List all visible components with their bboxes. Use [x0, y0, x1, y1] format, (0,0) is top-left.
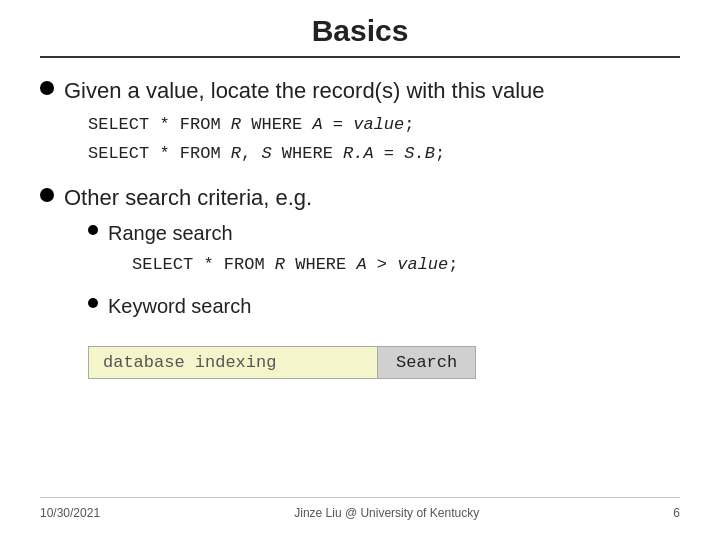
code-block-2: SELECT * FROM R WHERE A > value;: [132, 251, 458, 280]
footer-credit: Jinze Liu @ University of Kentucky: [294, 506, 479, 520]
bullet-1: Given a value, locate the record(s) with…: [40, 76, 680, 173]
bullet-2-text: Other search criteria, e.g.: [64, 185, 312, 210]
bullet-dot-2: [40, 188, 54, 202]
search-button[interactable]: Search: [378, 346, 476, 379]
code-line-1-2: SELECT * FROM R, S WHERE R.A = S.B;: [88, 140, 545, 169]
sub-bullet-dot-1: [88, 225, 98, 235]
slide: Basics Given a value, locate the record(…: [0, 0, 720, 540]
search-input[interactable]: [88, 346, 378, 379]
sub-bullets: Range search SELECT * FROM R WHERE A > v…: [88, 213, 680, 324]
sub-bullet-2: Keyword search: [88, 292, 680, 320]
sub-bullet-1: Range search SELECT * FROM R WHERE A > v…: [88, 219, 680, 284]
slide-title: Basics: [40, 14, 680, 48]
bullet-1-text: Given a value, locate the record(s) with…: [64, 78, 545, 103]
code-line-1-1: SELECT * FROM R WHERE A = value;: [88, 111, 545, 140]
sub-bullet-2-text: Keyword search: [108, 292, 251, 320]
bullet-dot-1: [40, 81, 54, 95]
bullet-2: Other search criteria, e.g. Range search…: [40, 183, 680, 380]
sub-bullet-dot-2: [88, 298, 98, 308]
search-row: Search: [88, 346, 680, 379]
footer-date: 10/30/2021: [40, 506, 100, 520]
content-area: Given a value, locate the record(s) with…: [40, 76, 680, 497]
code-line-2-1: SELECT * FROM R WHERE A > value;: [132, 251, 458, 280]
footer-page: 6: [673, 506, 680, 520]
code-block-1: SELECT * FROM R WHERE A = value; SELECT …: [88, 111, 545, 169]
title-bar: Basics: [40, 0, 680, 58]
sub-bullet-1-text: Range search: [108, 222, 233, 244]
footer: 10/30/2021 Jinze Liu @ University of Ken…: [40, 497, 680, 520]
